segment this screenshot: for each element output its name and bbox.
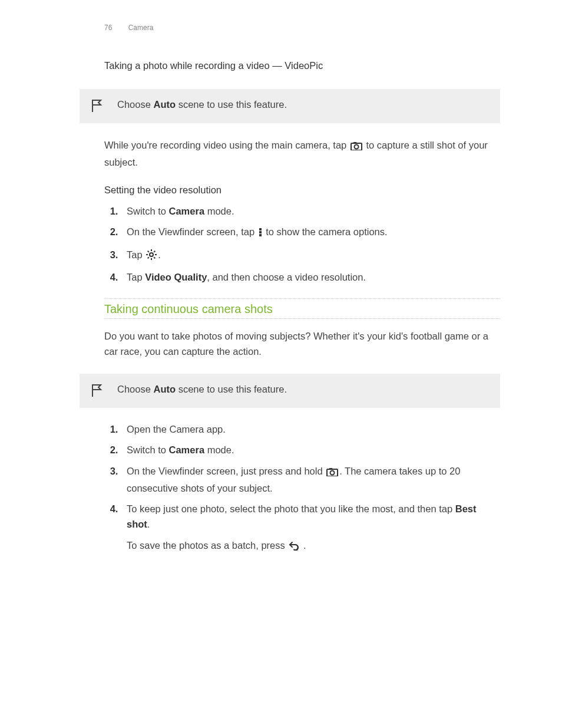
page-header: 76 Camera [104,24,500,32]
note-text: Choose Auto scene to use this feature. [117,382,287,397]
camera-icon [351,139,362,154]
section-heading-continuous: Taking continuous camera shots [104,302,500,316]
svg-rect-6 [259,234,262,236]
back-icon [289,539,299,555]
note-text: Choose Auto scene to use this feature. [117,97,287,112]
more-icon [259,226,262,242]
svg-point-3 [354,145,358,149]
note-box: Choose Auto scene to use this feature. [80,374,500,408]
svg-line-12 [148,251,149,252]
svg-line-14 [148,257,149,258]
chapter-title: Camera [128,24,154,32]
steps-list: Open the Camera app. Switch to Camera mo… [104,422,500,555]
svg-point-19 [330,470,335,475]
svg-line-15 [154,251,155,252]
step-item: Switch to Camera mode. [121,204,500,219]
divider [104,318,500,319]
step-item: Tap . [121,248,500,265]
camera-icon [326,466,338,481]
document-page: 76 Camera Taking a photo while recording… [0,0,562,592]
svg-line-13 [154,257,155,258]
svg-rect-18 [329,468,332,470]
flag-icon [90,98,103,115]
note-box: Choose Auto scene to use this feature. [80,89,500,123]
step-item: Tap Video Quality, and then choose a vid… [121,270,500,285]
step-followup: To save the photos as a batch, press . [127,538,500,555]
svg-rect-2 [353,142,356,144]
paragraph: Do you want to take photos of moving sub… [104,328,500,360]
step-item: On the Viewfinder screen, tap to show th… [121,225,500,242]
step-item: To keep just one photo, select the photo… [121,502,500,555]
svg-rect-5 [259,231,262,233]
steps-list: Switch to Camera mode. On the Viewfinder… [104,204,500,285]
step-item: On the Viewfinder screen, just press and… [121,464,500,496]
step-item: Open the Camera app. [121,422,500,437]
svg-rect-4 [259,228,262,230]
subheading-video-resolution: Setting the video resolution [104,185,500,196]
svg-point-7 [150,253,153,256]
divider [104,298,500,299]
section-title-videopic: Taking a photo while recording a video —… [104,60,500,71]
paragraph: While you're recording video using the m… [104,137,500,170]
step-item: Switch to Camera mode. [121,443,500,458]
page-number: 76 [104,24,112,32]
flag-icon [90,383,103,400]
settings-icon [146,249,157,265]
